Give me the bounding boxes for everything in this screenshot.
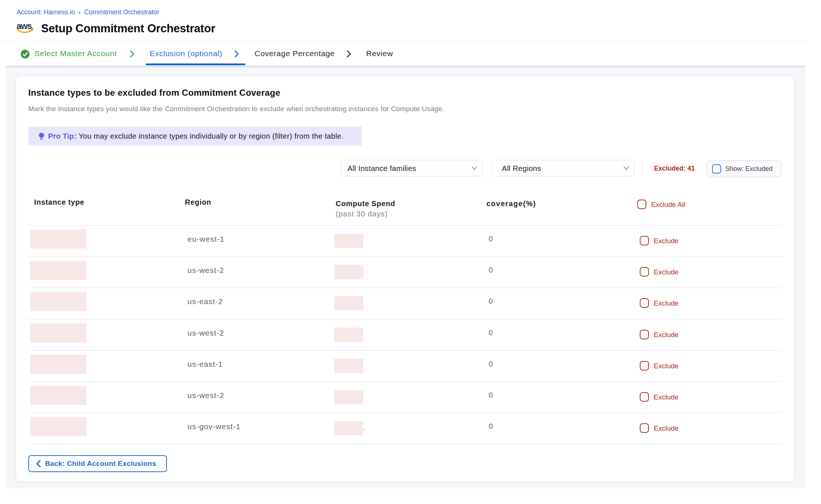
svg-text:aws: aws: [17, 22, 32, 31]
